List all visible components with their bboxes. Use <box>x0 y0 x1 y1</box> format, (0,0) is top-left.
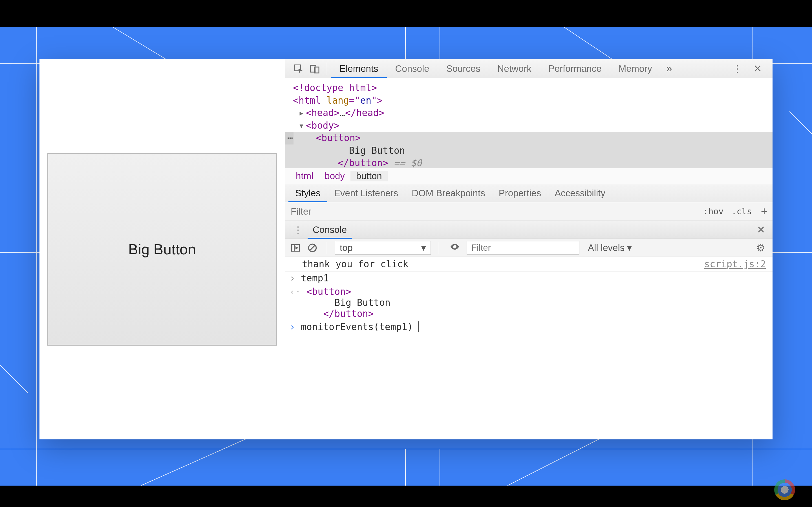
console-drawer-title[interactable]: Console <box>308 221 352 238</box>
devtools-menu-icon[interactable]: ⋮ <box>727 63 748 74</box>
clear-console-icon[interactable] <box>306 241 319 255</box>
console-log-source-link[interactable]: script.js:2 <box>704 259 766 270</box>
tab-memory[interactable]: Memory <box>610 59 661 78</box>
chrome-logo-icon <box>774 480 795 500</box>
tab-performance[interactable]: Performance <box>540 59 610 78</box>
divider <box>439 242 439 254</box>
app-window: Big Button Elements Console Sources Netw <box>40 59 772 439</box>
tab-network[interactable]: Network <box>489 59 540 78</box>
svg-point-23 <box>454 246 456 247</box>
tab-sources[interactable]: Sources <box>438 59 489 78</box>
cls-toggle[interactable]: .cls <box>727 207 756 216</box>
devtools-close-icon[interactable]: ✕ <box>748 63 767 75</box>
dom-selected-node[interactable]: ⋯ <button> Big Button </button> == $0 <box>285 132 772 168</box>
console-drawer-header: ⋮ Console ✕ <box>285 221 772 239</box>
console-sidebar-toggle-icon[interactable] <box>289 241 302 255</box>
console-input-row: › temp1 <box>285 272 772 285</box>
dom-breadcrumb: html body button <box>285 168 772 184</box>
console-log-row: thank you for click script.js:2 <box>285 257 772 272</box>
console-filter-input[interactable] <box>467 241 579 255</box>
live-expression-icon[interactable] <box>447 242 463 254</box>
tab-console[interactable]: Console <box>387 59 438 78</box>
sub-tab-styles[interactable]: Styles <box>289 184 327 202</box>
elements-sub-tabs: Styles Event Listeners DOM Breakpoints P… <box>285 184 772 202</box>
console-input-text: temp1 <box>301 273 329 284</box>
dom-eq-ref: == $0 <box>394 158 422 168</box>
console-toolbar: top ▾ All levels ▾ ⚙ <box>285 239 772 257</box>
console-current-input-row[interactable]: › monitorEvents(temp1) <box>285 320 772 334</box>
console-output-text: <button> Big Button </button> <box>301 286 391 319</box>
console-output-prompt-icon: ‹· <box>290 286 301 319</box>
sub-tab-dom-breakpoints[interactable]: DOM Breakpoints <box>405 184 492 202</box>
divider <box>327 62 327 75</box>
dropdown-caret-icon: ▾ <box>421 242 426 253</box>
sub-tab-event-listeners[interactable]: Event Listeners <box>327 184 405 202</box>
svg-line-15 <box>0 365 28 393</box>
crumb-button[interactable]: button <box>350 171 388 181</box>
devtools-panel: Elements Console Sources Network Perform… <box>285 59 772 439</box>
device-toolbar-icon[interactable] <box>306 61 323 76</box>
hov-toggle[interactable]: :hov <box>699 207 727 216</box>
console-levels-select[interactable]: All levels ▾ <box>583 242 637 253</box>
dom-doctype: <!doctype html> <box>293 82 377 93</box>
sub-tab-properties[interactable]: Properties <box>492 184 548 202</box>
page-preview-pane: Big Button <box>40 59 285 439</box>
svg-line-22 <box>310 245 315 250</box>
console-current-input-text: monitorEvents(temp1) <box>301 321 419 332</box>
styles-filter-input[interactable] <box>285 202 699 221</box>
styles-filter-row: :hov .cls + <box>285 202 772 221</box>
tabs-overflow-icon[interactable]: » <box>661 62 678 75</box>
svg-line-10 <box>141 436 254 486</box>
console-input-prompt-icon: › <box>290 273 301 284</box>
console-drawer-close-icon[interactable]: ✕ <box>753 224 769 236</box>
console-drawer-menu-icon[interactable]: ⋮ <box>289 224 308 235</box>
crumb-html[interactable]: html <box>290 171 319 181</box>
crumb-body[interactable]: body <box>319 171 350 181</box>
svg-rect-17 <box>310 65 316 72</box>
console-settings-icon[interactable]: ⚙ <box>753 242 769 254</box>
console-current-prompt-icon: › <box>290 321 301 332</box>
console-output-row: ‹· <button> Big Button </button> <box>285 285 772 320</box>
divider <box>327 242 327 254</box>
dom-button-text: Big Button <box>349 145 405 156</box>
console-log-message: thank you for click <box>302 259 409 270</box>
svg-line-11 <box>507 436 606 486</box>
devtools-tabs: Elements Console Sources Network Perform… <box>285 59 772 78</box>
console-context-select[interactable]: top ▾ <box>335 241 431 255</box>
dom-head-ellipsis: … <box>340 107 345 118</box>
dom-tree[interactable]: <!doctype html> <html lang="en"> ▸<head>… <box>285 78 772 168</box>
sub-tab-accessibility[interactable]: Accessibility <box>548 184 612 202</box>
svg-line-14 <box>790 112 812 134</box>
console-context-value: top <box>340 242 353 253</box>
new-style-rule-icon[interactable]: + <box>756 205 772 218</box>
big-button[interactable]: Big Button <box>47 153 277 346</box>
console-body: thank you for click script.js:2 › temp1 … <box>285 257 772 439</box>
tab-elements[interactable]: Elements <box>331 59 387 78</box>
inspect-element-icon[interactable] <box>290 61 306 76</box>
